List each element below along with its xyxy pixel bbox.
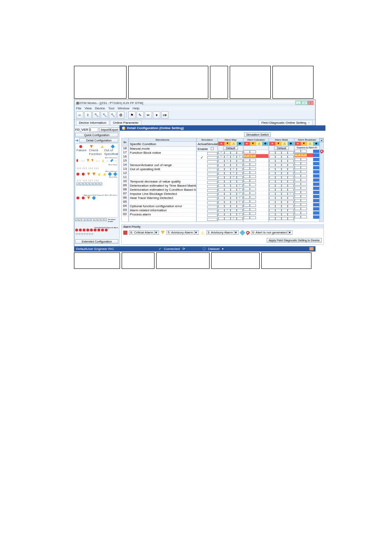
simulate-checkbox[interactable] <box>207 185 217 188</box>
simulate-checkbox[interactable] <box>207 164 217 167</box>
mask-checkbox[interactable] <box>269 151 275 154</box>
priority-select-advisory2[interactable]: 3: Advisory Alarm▾ <box>206 230 239 235</box>
map-checkbox[interactable] <box>218 197 224 199</box>
mask-checkbox[interactable] <box>269 213 275 216</box>
dataset-dropdown[interactable]: ▾ <box>222 247 224 251</box>
menu-help[interactable]: Help <box>133 106 139 110</box>
maximize-button[interactable]: □ <box>302 101 307 105</box>
close-tab-icon[interactable]: × <box>308 121 310 125</box>
import-export-button[interactable]: Import/Export <box>99 127 120 132</box>
wand-icon[interactable]: ✎ <box>136 111 144 119</box>
menu-window[interactable]: Window <box>118 106 129 110</box>
mask-checkbox[interactable] <box>269 205 275 208</box>
priority-select-none[interactable]: 0: Alert is not generated▾ <box>251 230 293 235</box>
simulate-checkbox[interactable] <box>207 156 217 159</box>
mask-checkbox[interactable] <box>269 160 275 162</box>
map-checkbox[interactable] <box>218 164 224 166</box>
scroll-bar[interactable]: ▴ <box>320 138 324 222</box>
simulate-checkbox[interactable] <box>207 210 217 213</box>
simulation-switch-button[interactable]: Simulation Switch <box>244 132 271 137</box>
app-icon: ▦ <box>76 101 79 105</box>
status-bar: DefaultUser Engineer R/C ✔ Connected ⟳ ⓘ… <box>74 246 315 251</box>
simulate-checkbox[interactable] <box>207 201 217 204</box>
menu-tool[interactable]: Tool <box>108 106 115 110</box>
priority-select-critical[interactable]: 8: Critical Alarm▾ <box>129 230 159 235</box>
mask-checkbox[interactable] <box>269 176 275 179</box>
simulate-checkbox[interactable] <box>207 173 217 176</box>
map-checkbox[interactable] <box>218 184 224 187</box>
bit-cell: 11 <box>122 175 128 179</box>
map-checkbox[interactable] <box>218 213 224 216</box>
mask-checkbox[interactable] <box>269 192 275 195</box>
mask-checkbox[interactable] <box>269 184 275 187</box>
mask-checkbox[interactable] <box>269 168 275 171</box>
map-checkbox[interactable] <box>218 201 224 204</box>
mask-checkbox[interactable] <box>269 197 275 199</box>
close-button[interactable]: × <box>308 101 314 105</box>
tool-icon-4[interactable]: ⚙ <box>117 111 125 119</box>
map-checkbox[interactable] <box>218 160 224 162</box>
mask-checkbox[interactable] <box>269 172 275 175</box>
mask-checkbox[interactable] <box>269 188 275 191</box>
map-checkbox[interactable] <box>218 205 224 208</box>
default-button[interactable]: Default <box>274 146 289 150</box>
mask-checkbox[interactable] <box>269 201 275 204</box>
map-checkbox[interactable] <box>218 155 224 158</box>
tab-field-diag[interactable]: Field Diagnostic Online Setting× <box>258 120 313 125</box>
simulate-checkbox[interactable] <box>207 214 217 217</box>
simulate-checkbox[interactable] <box>207 193 217 196</box>
simulate-checkbox[interactable] <box>207 206 217 208</box>
condition-cell: Deterioration estimated by Condition Bas… <box>129 188 196 192</box>
menu-file[interactable]: File <box>76 106 81 110</box>
tab-device-info[interactable]: Device Information <box>76 120 109 125</box>
apply-button[interactable]: Apply Field Diagnostic Setting to Device <box>267 238 322 243</box>
simulate-checkbox[interactable] <box>207 177 217 180</box>
dropdown-icon[interactable]: ▾ <box>153 111 160 119</box>
mask-checkbox[interactable] <box>269 217 275 220</box>
simulate-checkbox[interactable] <box>207 160 217 163</box>
priority-select-advisory1[interactable]: 5: Advisory Alarm▾ <box>166 230 199 235</box>
back-button[interactable]: ⬅ <box>76 111 83 119</box>
condition-cell: Temporal decrease of value quality <box>129 180 196 184</box>
map-checkbox[interactable] <box>218 151 224 154</box>
simulate-checkbox[interactable] <box>207 189 217 192</box>
tool-icon-1[interactable]: 🔧 <box>92 111 100 119</box>
pencil-icon[interactable]: ✏ <box>145 111 152 119</box>
simulate-checkbox[interactable] <box>207 169 217 171</box>
simulate-checkbox[interactable] <box>207 197 217 200</box>
refresh-icon[interactable]: ⟳ <box>182 247 185 251</box>
callout-box <box>156 252 210 269</box>
up-button[interactable]: ⬆ <box>84 111 92 119</box>
simulate-checkbox[interactable] <box>207 218 217 221</box>
fd-ver-input[interactable] <box>89 127 98 132</box>
simulate-checkbox[interactable] <box>207 152 217 155</box>
map-checkbox[interactable] <box>218 180 224 183</box>
list-icon[interactable]: ≡▾ <box>161 111 168 119</box>
default-button[interactable]: Default <box>223 146 238 150</box>
tab-online-param[interactable]: Online Parameter <box>110 120 142 125</box>
callout-box <box>74 252 120 269</box>
map-checkbox[interactable] <box>218 217 224 220</box>
map-checkbox[interactable] <box>218 209 224 212</box>
detail-config-button[interactable]: Detail Configuration <box>79 138 118 143</box>
mask-checkbox[interactable] <box>269 155 275 158</box>
map-checkbox[interactable] <box>218 168 224 171</box>
simulate-checkbox[interactable] <box>207 181 217 184</box>
minimize-button[interactable]: _ <box>295 101 301 105</box>
menu-view[interactable]: View <box>85 106 92 110</box>
map-checkbox[interactable] <box>218 192 224 195</box>
extended-config-button[interactable]: Extended Configuration <box>75 239 118 244</box>
mask-checkbox[interactable] <box>269 164 275 166</box>
menu-device[interactable]: Device <box>95 106 105 110</box>
mask-checkbox[interactable] <box>269 209 275 212</box>
map-checkbox[interactable] <box>218 188 224 191</box>
tool-icon-3[interactable]: 🔧 <box>109 111 116 119</box>
simulate-all-checkbox[interactable] <box>211 147 214 150</box>
map-checkbox[interactable] <box>218 176 224 179</box>
flag-icon[interactable]: ⚑ <box>128 111 136 119</box>
quick-config-button[interactable]: Quick Configuration <box>75 133 118 137</box>
bit-cell: 17 <box>122 150 128 155</box>
map-checkbox[interactable] <box>218 172 224 175</box>
mask-checkbox[interactable] <box>269 180 275 183</box>
tool-icon-2[interactable]: 🔧 <box>101 111 108 119</box>
